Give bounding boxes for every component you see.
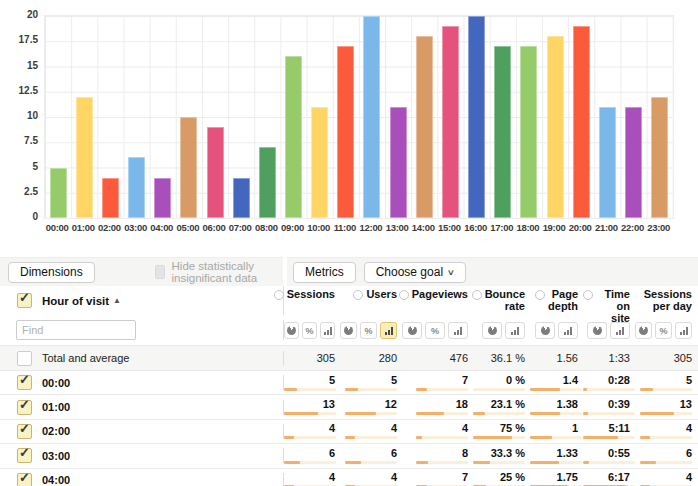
sort-asc-icon[interactable]: ▲ [113,296,121,305]
pie-icon [344,326,353,335]
metrics-button[interactable]: Metrics [293,262,356,283]
metric-radio[interactable] [274,290,284,300]
bar-17:00[interactable] [494,46,511,218]
pie-chart-icon-button[interactable] [635,322,652,339]
dimensions-button[interactable]: Dimensions [8,262,95,283]
bar-08:00[interactable] [259,147,276,218]
row-hour-label[interactable]: 00:00 [42,377,70,389]
pie-chart-icon-button[interactable] [482,322,502,339]
bar-chart-icon-button[interactable] [380,322,397,339]
bar-05:00[interactable] [180,117,197,218]
metric-header-label[interactable]: Bouncerate [485,288,525,312]
bar-slot [542,16,568,218]
row-hour-label[interactable]: 01:00 [42,401,70,413]
row-checkbox[interactable]: ✓ [17,448,32,463]
metric-radio[interactable] [472,290,482,300]
metric-radio[interactable] [399,290,409,300]
metric-header-label[interactable]: Sessions [287,288,335,300]
minibar-fill [530,436,552,439]
bar-23:00[interactable] [651,97,668,218]
bar-21:00[interactable] [599,107,616,218]
metric-header-label[interactable]: Timeon site [596,288,630,324]
metric-radio[interactable] [353,290,363,300]
hide-insignificant-checkbox[interactable] [155,265,165,279]
minibar-track [416,436,468,439]
row-checkbox[interactable]: ✓ [17,400,32,415]
bar-14:00[interactable] [416,36,433,218]
row-hour-label[interactable]: 03:00 [42,450,70,462]
bar-02:00[interactable] [102,178,119,218]
row-checkbox[interactable]: ✓ [17,424,32,439]
bar-22:00[interactable] [625,107,642,218]
pie-chart-icon-button[interactable] [284,322,299,339]
bar-07:00[interactable] [233,178,250,218]
metric-value: 0:28 [583,375,630,386]
percent-icon-button[interactable]: % [360,322,377,339]
pie-chart-icon-button[interactable] [340,322,357,339]
bar-18:00[interactable] [520,46,537,218]
bar-11:00[interactable] [337,46,354,218]
x-tick-label: 08:00 [253,222,279,233]
bar-10:00[interactable] [311,107,328,218]
toolbar-dimensions-section: Dimensions Hide statistically insignific… [0,257,283,286]
bar-09:00[interactable] [285,56,302,218]
pie-chart-icon-button[interactable] [402,322,422,339]
row-checkbox[interactable]: ✓ [17,375,32,390]
row-hour-label[interactable]: 02:00 [42,425,70,437]
metric-value-cell: 1.4 [530,375,583,391]
metric-value: 6 [635,448,692,459]
metric-icons-cell: % [635,321,697,339]
bar-16:00[interactable] [468,16,485,218]
find-input[interactable] [16,320,136,340]
dimension-header-label[interactable]: Hour of visit [42,295,109,307]
row-label-cell: ✓01:00 [0,400,284,415]
bar-06:00[interactable] [207,127,224,218]
metric-header-label[interactable]: Users [366,288,397,300]
metric-value-cell: 5 [635,375,697,391]
total-value-cell: 280 [340,352,402,364]
row-label-cell: ✓03:00 [0,448,284,463]
total-row-checkbox[interactable] [17,351,32,366]
x-tick-label: 14:00 [410,222,436,233]
pie-chart-icon-button[interactable] [587,322,607,339]
bar-03:00[interactable] [128,157,145,218]
metric-icons-cell: % [284,321,340,339]
bar-chart-icon-button[interactable] [558,322,578,339]
hide-insignificant-group: Hide statistically insignificant data [155,260,283,284]
bar-19:00[interactable] [547,36,564,218]
row-hour-label[interactable]: 04:00 [42,474,70,486]
percent-icon-button[interactable]: % [655,322,672,339]
bar-01:00[interactable] [76,97,93,218]
metric-header-label[interactable]: Sessionsper day [644,288,692,312]
bar-15:00[interactable] [442,26,459,218]
percent-icon-button[interactable]: % [425,322,445,339]
metric-header-label[interactable]: Pagedepth [548,288,578,312]
choose-goal-button[interactable]: Choose goal ∨ [364,262,466,283]
y-tick-label: 20 [0,10,38,20]
x-tick-label: 13:00 [384,222,410,233]
bar-chart-icon-button[interactable] [675,322,692,339]
bar-chart-icon-button[interactable] [610,322,630,339]
bar-12:00[interactable] [363,16,380,218]
pie-chart-icon-button[interactable] [535,322,555,339]
row-checkbox[interactable]: ✓ [17,473,32,486]
bar-04:00[interactable] [154,178,171,218]
bar-20:00[interactable] [573,26,590,218]
bar-00:00[interactable] [50,168,67,219]
bar-slot [123,16,149,218]
bar-chart-icon-button[interactable] [505,322,525,339]
bar-13:00[interactable] [390,107,407,218]
total-value-cell: 476 [402,352,473,364]
select-all-checkbox[interactable]: ✓ [17,293,32,308]
metric-header-wrap: Pageviews [402,286,468,300]
bar-chart-icon-button[interactable] [320,322,335,339]
percent-icon-button[interactable]: % [302,322,317,339]
metric-radio[interactable] [535,290,545,300]
bar-chart-icon-button[interactable] [448,322,468,339]
metric-radio[interactable] [583,290,593,300]
metric-value: 4 [340,472,397,483]
chevron-down-icon: ∨ [447,268,455,277]
metric-header-label[interactable]: Pageviews [412,288,468,300]
metric-value-cell: 33.3 % [473,448,530,464]
table-row: ✓02:0044475 %15:114 [0,420,698,444]
